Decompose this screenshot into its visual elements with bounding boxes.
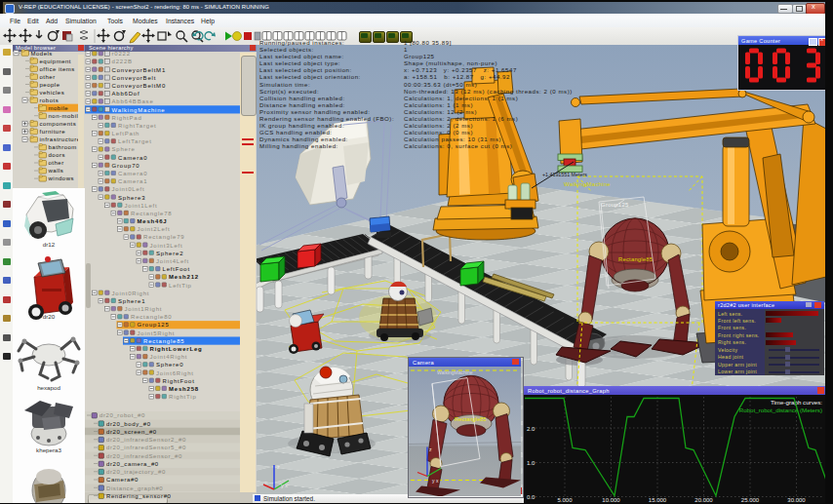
svg-text:robots: robots bbox=[40, 97, 60, 103]
svg-text:dr20_trajectory_#0: dr20_trajectory_#0 bbox=[106, 469, 166, 475]
svg-text:ConveyorBelt: ConveyorBelt bbox=[112, 75, 157, 81]
svg-text:infrastructure: infrastructure bbox=[40, 136, 81, 142]
svg-text:dr20_infraredSensor5_#0: dr20_infraredSensor5_#0 bbox=[106, 445, 186, 450]
svg-text:Abb64BBase: Abb64BBase bbox=[112, 98, 154, 104]
svg-text:equipment: equipment bbox=[40, 58, 72, 64]
svg-text:Sphere0: Sphere0 bbox=[156, 362, 183, 368]
svg-text:LeftTarget: LeftTarget bbox=[118, 138, 152, 144]
svg-text:people: people bbox=[40, 82, 60, 88]
svg-text:dr20_camera_#0: dr20_camera_#0 bbox=[106, 461, 159, 467]
svg-text:ConveyorBeltM0: ConveyorBeltM0 bbox=[112, 83, 167, 89]
svg-text:LeftTip: LeftTip bbox=[169, 283, 192, 289]
svg-text:dr20_screen_#0: dr20_screen_#0 bbox=[106, 429, 157, 435]
svg-text:Camera1: Camera1 bbox=[118, 178, 147, 184]
svg-text:Sphere2: Sphere2 bbox=[156, 251, 183, 256]
svg-text:Sphere: Sphere bbox=[112, 146, 136, 152]
svg-text:mobile: mobile bbox=[49, 105, 69, 111]
svg-text:walls: walls bbox=[48, 168, 64, 174]
svg-text:Group125: Group125 bbox=[601, 202, 629, 208]
svg-text:other: other bbox=[49, 160, 64, 166]
svg-text:Group70: Group70 bbox=[112, 163, 140, 169]
svg-text:office items: office items bbox=[40, 66, 75, 72]
svg-text:Rectangle85: Rectangle85 bbox=[618, 256, 654, 262]
svg-text:doors: doors bbox=[49, 152, 66, 158]
svg-text:Sphere1: Sphere1 bbox=[118, 298, 145, 304]
svg-text:Camera#0: Camera#0 bbox=[106, 477, 139, 483]
svg-text:Rectangle85: Rectangle85 bbox=[455, 415, 487, 421]
svg-text:+1.4191551 Meters: +1.4191551 Meters bbox=[542, 172, 587, 177]
svg-text:dr20_body_#0: dr20_body_#0 bbox=[106, 421, 151, 427]
svg-text:r0222: r0222 bbox=[112, 51, 131, 57]
svg-text:z: z bbox=[277, 464, 280, 470]
svg-text:Joint3Left: Joint3Left bbox=[150, 243, 183, 249]
svg-text:vehicles: vehicles bbox=[40, 90, 65, 96]
svg-text:Joint5Right: Joint5Right bbox=[138, 330, 176, 336]
svg-text:Models: Models bbox=[31, 51, 53, 57]
svg-text:furniture: furniture bbox=[40, 129, 66, 135]
svg-text:RightPad: RightPad bbox=[112, 115, 142, 121]
svg-text:other: other bbox=[40, 74, 56, 80]
svg-text:1.0: 1.0 bbox=[527, 460, 536, 466]
svg-text:y x: y x bbox=[281, 483, 288, 488]
svg-text:Distance_graph#0: Distance_graph#0 bbox=[106, 485, 163, 491]
svg-text:windows: windows bbox=[48, 175, 75, 181]
svg-text:RightFoot: RightFoot bbox=[163, 378, 195, 384]
svg-text:Rectangle78: Rectangle78 bbox=[131, 211, 173, 216]
svg-text:Joint4Right: Joint4Right bbox=[150, 354, 188, 360]
svg-text:Rendering_sensor#0: Rendering_sensor#0 bbox=[106, 493, 172, 499]
svg-text:Robot_robot_distance (Meters): Robot_robot_distance (Meters) bbox=[739, 406, 822, 412]
svg-text:components: components bbox=[40, 121, 77, 127]
svg-text:LeftPath: LeftPath bbox=[112, 131, 140, 136]
svg-text:RightTarget: RightTarget bbox=[118, 123, 156, 129]
svg-text:bathroom: bathroom bbox=[49, 144, 77, 150]
svg-text:Rectangle85: Rectangle85 bbox=[143, 338, 185, 344]
svg-text:ConveyorBeltM1: ConveyorBeltM1 bbox=[112, 67, 167, 73]
svg-text:Time-graph curves:: Time-graph curves: bbox=[771, 399, 822, 406]
svg-text:Rectangle79: Rectangle79 bbox=[143, 234, 185, 240]
svg-text:Mesh212: Mesh212 bbox=[169, 274, 199, 280]
svg-text:dr20_robot_#0: dr20_robot_#0 bbox=[99, 412, 145, 418]
svg-text:Group125: Group125 bbox=[138, 322, 170, 328]
svg-text:d222B: d222B bbox=[112, 58, 133, 64]
svg-text:Camera0: Camera0 bbox=[118, 171, 147, 176]
svg-text:Rectangle80: Rectangle80 bbox=[131, 314, 173, 320]
svg-text:dr20_infraredSensor_#0: dr20_infraredSensor_#0 bbox=[106, 453, 182, 459]
svg-text:Joint1Left: Joint1Left bbox=[125, 203, 158, 209]
svg-text:Joint1Right: Joint1Right bbox=[125, 306, 163, 312]
svg-text:dr20_infraredSensor2_#0: dr20_infraredSensor2_#0 bbox=[106, 437, 186, 443]
svg-text:Joint0Left: Joint0Left bbox=[112, 186, 145, 192]
svg-text:0.0: 0.0 bbox=[527, 494, 536, 500]
svg-text:Camera0: Camera0 bbox=[118, 155, 147, 161]
svg-text:Abb6Dof: Abb6Dof bbox=[112, 91, 140, 97]
svg-text:Sphere3: Sphere3 bbox=[118, 195, 145, 201]
svg-text:Joint0Right: Joint0Right bbox=[112, 291, 150, 296]
svg-text:WalkingMachine: WalkingMachine bbox=[564, 181, 611, 187]
svg-text:Joint4Left: Joint4Left bbox=[156, 258, 189, 264]
svg-text:2.0: 2.0 bbox=[527, 425, 536, 431]
svg-text:RightTip: RightTip bbox=[169, 394, 197, 400]
svg-text:Mesh46J: Mesh46J bbox=[138, 218, 168, 224]
svg-text:LeftFoot: LeftFoot bbox=[163, 266, 190, 272]
svg-text:y x: y x bbox=[432, 477, 439, 483]
svg-text:Joint2Left: Joint2Left bbox=[138, 226, 171, 232]
svg-text:Joint6Right: Joint6Right bbox=[156, 370, 194, 376]
svg-text:RightLowerLeg: RightLowerLeg bbox=[150, 346, 203, 352]
svg-text:Mesh258: Mesh258 bbox=[169, 386, 199, 392]
svg-text:WalkingMachine: WalkingMachine bbox=[112, 107, 166, 113]
